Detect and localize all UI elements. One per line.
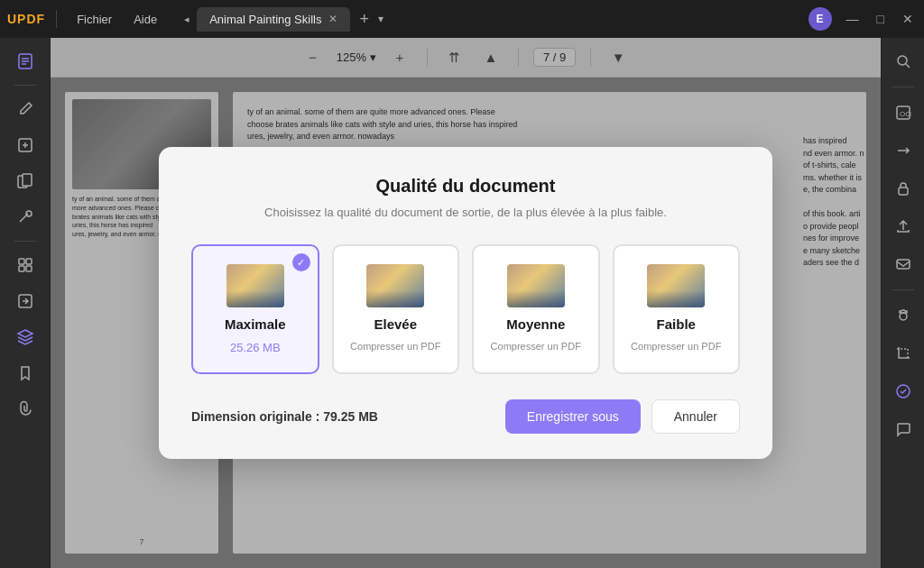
original-size-display: Dimension originale : 79.25 MB <box>191 409 378 424</box>
original-size-value: 79.25 MB <box>323 409 378 424</box>
right-sidebar: OCR <box>881 38 924 568</box>
title-bar: UPDF Fichier Aide ◂ Animal Painting Skil… <box>0 0 924 38</box>
original-size-label: Dimension originale : <box>191 409 319 424</box>
svg-rect-8 <box>23 174 32 186</box>
sidebar-icon-annotate[interactable] <box>9 129 42 161</box>
quality-card-elevee[interactable]: Elevée Compresser un PDF <box>332 244 460 374</box>
left-sidebar <box>0 38 51 568</box>
menu-aide[interactable]: Aide <box>125 9 166 30</box>
svg-point-21 <box>900 313 907 320</box>
close-btn[interactable]: ✕ <box>899 10 917 28</box>
svg-rect-20 <box>897 260 910 269</box>
right-icon-convert[interactable] <box>887 134 919 167</box>
svg-rect-13 <box>26 266 32 271</box>
modal-footer: Dimension originale : 79.25 MB Enregistr… <box>191 399 740 434</box>
right-divider-2 <box>892 289 914 290</box>
modal-subtitle: Choisissez la qualité du document de sor… <box>191 206 740 219</box>
svg-point-9 <box>26 211 32 216</box>
svg-rect-12 <box>19 266 24 271</box>
right-icon-ocr[interactable]: OCR <box>887 96 919 129</box>
tab-back-arrow[interactable]: ◂ <box>180 12 193 27</box>
svg-text:OCR: OCR <box>900 110 911 118</box>
menu-fichier[interactable]: Fichier <box>68 9 121 30</box>
svg-rect-19 <box>899 188 908 195</box>
quality-image-moyenne <box>507 264 565 307</box>
content-area: − 125% ▾ + ⇈ ▲ 7 / 9 ▼ <box>51 38 881 568</box>
user-avatar[interactable]: E <box>808 7 832 31</box>
sidebar-icon-convert[interactable] <box>9 285 42 317</box>
maximize-btn[interactable]: □ <box>873 10 888 28</box>
svg-point-15 <box>898 56 907 65</box>
quality-options: ✓ Maximale 25.26 MB Elevée Compresser un… <box>191 244 740 374</box>
cancel-button[interactable]: Annuler <box>651 399 740 434</box>
quality-label-maximale: Maximale <box>225 316 286 332</box>
sidebar-icon-reader[interactable] <box>9 45 42 78</box>
sidebar-icon-pages[interactable] <box>9 165 42 197</box>
logo-text: UPDF <box>7 12 45 26</box>
right-icon-search[interactable] <box>887 45 919 78</box>
modal-overlay: Qualité du document Choisissez la qualit… <box>51 38 881 568</box>
menu-bar: Fichier Aide <box>68 9 166 30</box>
modal-actions: Enregistrer sous Annuler <box>505 399 740 434</box>
svg-rect-10 <box>19 259 24 264</box>
title-divider <box>56 10 57 28</box>
right-icon-chat[interactable] <box>887 413 919 445</box>
sidebar-icon-edit[interactable] <box>9 93 42 125</box>
tab-add-btn[interactable]: + <box>354 10 374 29</box>
quality-image-maximale <box>226 264 284 307</box>
svg-rect-11 <box>26 259 32 264</box>
sidebar-icon-layers[interactable] <box>9 321 42 353</box>
minimize-btn[interactable]: — <box>843 10 863 28</box>
save-button[interactable]: Enregistrer sous <box>505 399 641 434</box>
quality-sublabel-faible: Compresser un PDF <box>631 341 721 352</box>
document-tab[interactable]: Animal Painting Skills ✕ <box>197 7 350 32</box>
quality-card-moyenne[interactable]: Moyenne Compresser un PDF <box>472 244 600 374</box>
svg-line-16 <box>906 64 910 68</box>
right-icon-share[interactable] <box>887 210 919 243</box>
right-icon-crop[interactable] <box>887 337 919 370</box>
right-icon-ai[interactable] <box>887 375 919 408</box>
sidebar-icon-organize[interactable] <box>9 249 42 281</box>
right-icon-snapshot[interactable] <box>887 299 919 332</box>
sidebar-divider-1 <box>14 85 36 86</box>
tab-close-btn[interactable]: ✕ <box>328 13 337 25</box>
sidebar-icon-attachment[interactable] <box>9 393 42 426</box>
tab-title: Animal Painting Skills <box>209 13 321 26</box>
quality-size-maximale: 25.26 MB <box>230 341 281 354</box>
quality-sublabel-elevee: Compresser un PDF <box>350 341 440 352</box>
modal-title: Qualité du document <box>191 176 740 197</box>
tab-dropdown-btn[interactable]: ▾ <box>378 13 383 25</box>
quality-modal: Qualité du document Choisissez la qualit… <box>159 147 772 459</box>
quality-image-faible <box>647 264 705 307</box>
quality-label-faible: Faible <box>657 316 696 332</box>
quality-card-maximale[interactable]: ✓ Maximale 25.26 MB <box>191 244 319 374</box>
sidebar-divider-2 <box>14 241 36 242</box>
sidebar-icon-bookmark[interactable] <box>9 357 42 389</box>
window-controls: E — □ ✕ <box>808 7 917 31</box>
quality-sublabel-moyenne: Compresser un PDF <box>491 341 581 352</box>
right-icon-lock[interactable] <box>887 172 919 205</box>
app-logo: UPDF <box>7 12 45 26</box>
selected-check-icon: ✓ <box>292 253 310 271</box>
right-divider-1 <box>892 87 914 87</box>
quality-card-faible[interactable]: Faible Compresser un PDF <box>613 244 741 374</box>
right-icon-email[interactable] <box>887 248 919 280</box>
sidebar-icon-tools[interactable] <box>9 201 42 234</box>
quality-image-elevee <box>366 264 424 307</box>
quality-label-moyenne: Moyenne <box>506 316 565 332</box>
tab-area: ◂ Animal Painting Skills ✕ + ▾ <box>180 7 800 32</box>
main-layout: − 125% ▾ + ⇈ ▲ 7 / 9 ▼ <box>0 38 924 568</box>
quality-label-elevee: Elevée <box>374 316 417 332</box>
